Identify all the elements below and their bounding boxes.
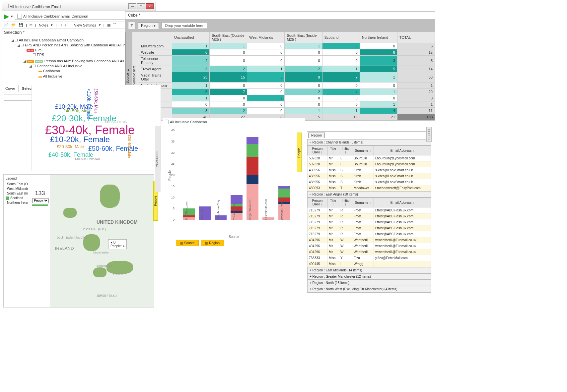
y-tick: 0 <box>166 218 175 221</box>
map-label-dublin: Dublin Baile Átha Cliath <box>57 236 88 239</box>
legend-item: Scotland <box>6 196 28 200</box>
region-tag[interactable]: Region <box>308 133 325 138</box>
tree-icon[interactable]: ☷ <box>113 23 116 27</box>
open-icon[interactable]: 📂 <box>11 23 16 27</box>
wordcloud-term[interactable]: £60-70k, Female <box>105 120 127 123</box>
cube-grid[interactable]: UnclassifiedSouth East (Outside M25 )Wes… <box>139 32 435 120</box>
group-header-collapsed[interactable]: + Region : Greater Manchester (12 items) <box>307 273 431 280</box>
column-header[interactable]: Initial ↕ <box>339 198 352 207</box>
x-tick: Website Referral <box>280 198 284 220</box>
column-header[interactable]: Surname ↕ <box>352 198 374 207</box>
legend-item: South East (Outside M <box>6 182 28 186</box>
wordcloud-term[interactable]: £50-60k, Male <box>94 88 98 114</box>
table-row[interactable]: 494296MsWWeatherillw.weatherill@Funmail.… <box>308 237 431 243</box>
group-header[interactable]: − Region : Channel Islands (6 items) <box>307 139 431 145</box>
close-button[interactable]: ✕ <box>146 3 154 9</box>
view-settings-button[interactable]: View Settings <box>74 23 96 27</box>
notes-button[interactable]: Notes <box>39 23 48 27</box>
map-label-jersey: JERSEY (U.K.) <box>97 294 117 297</box>
group-header-collapsed[interactable]: + Region : North West (Excluding Gtr Man… <box>307 286 431 292</box>
save-icon[interactable]: 💾 <box>19 23 23 27</box>
tab-cover[interactable]: Cover <box>2 85 19 92</box>
table-row[interactable]: 715279MrRFrostr.frost@ABCFlash.uk.com <box>308 213 431 219</box>
map-bar-indicator <box>32 204 48 206</box>
table-row[interactable]: 715279MrRFrostr.frost@ABCFlash.uk.com <box>308 225 431 231</box>
measures-tab[interactable]: SURES <box>426 127 432 142</box>
column-header[interactable]: Email Address ↕ <box>374 198 431 207</box>
table-row[interactable]: 502320MrLBourquinl.bourquin@LycosMail.co… <box>308 161 431 167</box>
chart-icon <box>164 120 169 124</box>
chevron-right-icon: ▸ <box>154 24 156 28</box>
map-city-birmingham: Birmingham <box>97 264 112 267</box>
cube-window: Cube * Σ Region▸ Drop your variable here… <box>125 11 435 121</box>
sigma-button[interactable]: Σ <box>128 22 135 29</box>
chart-plot-area[interactable]: People 0510152025303540MyOffers.comWebsi… <box>176 127 304 220</box>
column-header[interactable]: Email Address ↕ <box>374 146 431 155</box>
y-tick: 25 <box>166 162 175 165</box>
new-icon[interactable]: 📄 <box>4 23 9 27</box>
map-count: 133 <box>32 190 48 197</box>
y-tick: 20 <box>166 173 175 177</box>
x-tick: Travel Agent <box>233 203 236 220</box>
column-header[interactable]: Surname ↕ <box>352 146 374 155</box>
file-name-field[interactable]: All Inclusive Caribbean Email Campaign <box>15 13 136 20</box>
wordcloud-term[interactable]: £20-30k, Male <box>57 144 84 149</box>
group-header-collapsed[interactable]: + Region : East Midlands (14 items) <box>307 267 431 273</box>
column-header[interactable]: Title ↕ <box>327 146 339 155</box>
cube-toolbar: Σ Region▸ Drop your variable here <box>125 19 435 32</box>
map-canvas[interactable]: UNITED KINGDOM IRELAND LE OF MA.. (U.K.)… <box>50 175 154 307</box>
minimize-button[interactable]: — <box>128 3 136 9</box>
map-label-ireland: IRELAND <box>55 246 74 251</box>
map-measure-select[interactable]: People <box>32 198 49 203</box>
legend-item: West Midlands <box>6 187 28 191</box>
wordcloud-term[interactable]: £30-40k, Male <box>127 135 131 158</box>
maximize-button[interactable]: □ <box>137 3 145 9</box>
chip-region[interactable]: ▦ Region <box>201 240 224 246</box>
x-tick: Website <box>201 209 204 220</box>
cut-icon[interactable]: ✂ <box>30 23 33 27</box>
file-icon <box>17 14 22 19</box>
legend-item: South East (Inside M25 <box>6 192 28 195</box>
table-row[interactable]: 768333MissYFizuy.fizu@FetchMail.com <box>308 255 431 261</box>
table-row[interactable]: 715279MrRFrostr.frost@ABCFlash.uk.com <box>308 219 431 225</box>
grid-icon[interactable]: ▦ <box>107 23 110 27</box>
legend-title: Legend <box>6 177 28 180</box>
table-row[interactable]: 715279MrRFrostr.frost@ABCFlash.uk.com <box>308 207 431 213</box>
column-header[interactable]: Initial ↕ <box>339 146 352 155</box>
column-header[interactable]: Title ↕ <box>327 198 339 207</box>
dropdown-icon[interactable]: ▾ <box>11 14 13 19</box>
x-tick: Lastminute.com <box>264 199 268 220</box>
map-label-uk: UNITED KINGDOM <box>97 219 138 225</box>
x-tick: MyOffers.com <box>185 201 188 220</box>
table-row[interactable]: 490445MissIWragg <box>308 261 431 267</box>
map-legend: Legend South East (Outside MWest Midland… <box>4 175 30 307</box>
title-bar[interactable]: All Inclusive Caribbean Email ... — □ ✕ <box>2 2 156 11</box>
region-chip[interactable]: Region▸ <box>138 22 159 29</box>
wordcloud-term[interactable]: <£10k, Female <box>86 88 92 119</box>
measures-strip[interactable]: MEASURES <box>155 126 161 192</box>
table-row[interactable]: 494296MsWWeatherillw.weatherill@Funmail.… <box>308 243 431 249</box>
table-row[interactable]: 438956MissSKitchs.kitch@LookSmart.co.uk <box>308 167 431 173</box>
y-tick: 40 <box>166 129 175 132</box>
table-row[interactable]: 494296MsWWeatherillw.weatherill@Funmail.… <box>308 249 431 255</box>
column-header[interactable]: Person URN ↕ <box>308 198 327 207</box>
outdent-icon[interactable]: ⇤ <box>65 23 68 27</box>
group-header[interactable]: − Region : East Anglia (10 items) <box>307 191 431 197</box>
drop-variable-zone[interactable]: Drop your variable here <box>162 22 207 29</box>
people-strip-chart[interactable]: People <box>297 133 302 172</box>
y-tick: 15 <box>166 185 175 188</box>
table-row[interactable]: 438956MissSKitchs.kitch@LookSmart.co.uk <box>308 179 431 185</box>
table-row[interactable]: 502320MrLBourquinl.bourquin@LycosMail.co… <box>308 155 431 161</box>
column-header[interactable]: Person URN ↕ <box>308 146 327 155</box>
table-row[interactable]: 439093MissTMeadowcr...t.meadowcroft@Easy… <box>308 185 431 191</box>
indent-icon[interactable]: ⇥ <box>59 23 62 27</box>
wordcloud-term[interactable]: £10-20k, Female <box>50 135 110 144</box>
run-icon[interactable]: ▶ <box>4 12 9 20</box>
table-row[interactable]: 438956MissSKitchs.kitch@LookSmart.co.uk <box>308 173 431 179</box>
group-header-collapsed[interactable]: + Region : North (15 items) <box>307 280 431 286</box>
wordcloud-term[interactable]: £40-50k, Unknown <box>75 157 100 161</box>
map-city-london: London <box>113 272 123 276</box>
chip-source[interactable]: ▦ Source <box>176 240 199 246</box>
table-row[interactable]: 715279MrRFrostr.frost@ABCFlash.uk.com <box>308 231 431 237</box>
data-grid[interactable]: SURES Region − Region : Channel Islands … <box>307 131 431 293</box>
